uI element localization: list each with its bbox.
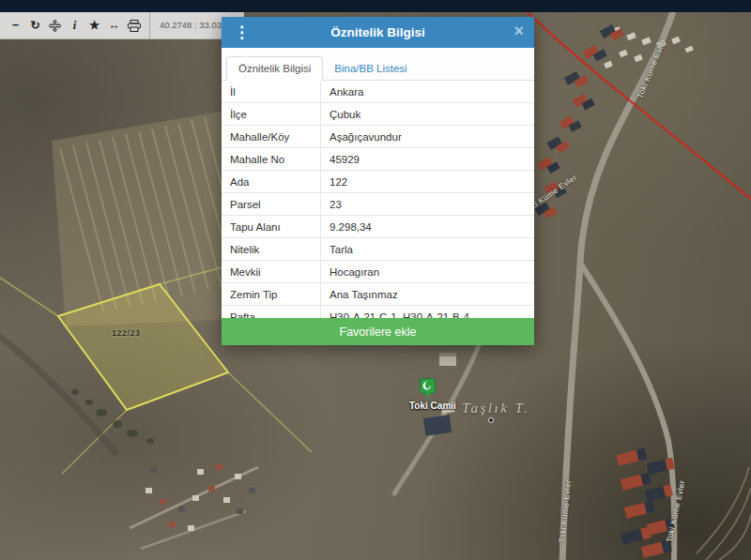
- row-value: 45929: [320, 148, 534, 170]
- info-icon[interactable]: i: [65, 12, 84, 38]
- table-row: İlçeÇubuk: [222, 103, 534, 126]
- table-row: NitelikTarla: [222, 238, 534, 261]
- table-row: Zemin TipAna Taşınmaz: [222, 283, 534, 306]
- coordinates-readout: 40.2748 : 33.0335: [149, 12, 232, 38]
- attribute-modal: ⋮ Öznitelik Bilgisi × Öznitelik Bilgisi …: [222, 17, 534, 345]
- row-value: Hocagıran: [320, 261, 534, 282]
- row-label: Parsel: [222, 193, 320, 215]
- table-row: Parsel23: [222, 193, 534, 216]
- row-label: Tapu Alanı: [222, 216, 320, 237]
- add-to-favorites-button[interactable]: Favorilere ekle: [222, 318, 534, 345]
- terrace-contours: [697, 467, 751, 560]
- parcel-number-label: 122/23: [112, 328, 141, 338]
- row-value: Ankara: [320, 81, 534, 102]
- table-row: MevkiiHocagıran: [222, 261, 534, 283]
- row-value: Çubuk: [320, 103, 534, 125]
- modal-tabbar: Öznitelik Bilgisi Bina/BB Listesi: [222, 48, 534, 81]
- area-name-label: Taşlık T.: [462, 401, 530, 416]
- row-label: Ada: [222, 171, 320, 192]
- modal-header: ⋮ Öznitelik Bilgisi ×: [222, 17, 534, 48]
- tab-oznitelik-bilgisi[interactable]: Öznitelik Bilgisi: [226, 56, 323, 81]
- village-houses: [146, 464, 255, 531]
- map-viewport[interactable]: 122/23 Taşlık T. Toki Camii Toki Küme Ev…: [0, 0, 751, 560]
- zoom-out-icon[interactable]: −: [6, 12, 25, 38]
- top-navy-bar: [0, 0, 751, 12]
- print-icon[interactable]: [124, 12, 144, 38]
- row-label: Mevkii: [222, 261, 320, 282]
- row-label: Mahalle/Köy: [222, 126, 320, 147]
- map-toolbar: + − ↻ i ★ ↔ 40.2748 : 33.0335: [0, 12, 244, 39]
- table-row: Tapu Alanı9.298,34: [222, 216, 534, 238]
- close-icon[interactable]: ×: [512, 17, 526, 48]
- favorites-star-icon[interactable]: ★: [84, 12, 104, 38]
- table-row: Mahalle No45929: [222, 148, 534, 171]
- row-value: Ana Taşınmaz: [320, 283, 534, 305]
- row-label: İl: [222, 81, 320, 102]
- point-marker: [489, 418, 494, 423]
- table-row: Mahalle/KöyAşağıçavundur: [222, 126, 534, 148]
- row-value: Tarla: [320, 238, 534, 260]
- table-row: Ada122: [222, 171, 534, 193]
- mosque-name-label: Toki Camii: [409, 401, 456, 411]
- measure-icon[interactable]: ↔: [104, 12, 124, 38]
- modal-title: Öznitelik Bilgisi: [222, 17, 534, 48]
- row-value: Aşağıçavundur: [320, 126, 534, 147]
- red-boundary-line: [524, 9, 751, 199]
- row-value: 9.298,34: [320, 216, 534, 237]
- row-value: 122: [320, 171, 534, 192]
- attribute-table: İlAnkara İlçeÇubuk Mahalle/KöyAşağıçavun…: [222, 81, 534, 318]
- row-label: İlçe: [222, 103, 320, 125]
- tab-bina-bb-listesi[interactable]: Bina/BB Listesi: [323, 57, 418, 80]
- row-label: Nitelik: [222, 238, 320, 260]
- refresh-icon[interactable]: ↻: [25, 12, 45, 38]
- pan-icon[interactable]: [45, 12, 65, 38]
- row-value: 23: [320, 193, 534, 215]
- row-label: Zemin Tip: [222, 283, 320, 305]
- row-label: Mahalle No: [222, 148, 320, 170]
- table-row: İlAnkara: [222, 81, 534, 103]
- mosque-pin-icon[interactable]: [420, 378, 436, 400]
